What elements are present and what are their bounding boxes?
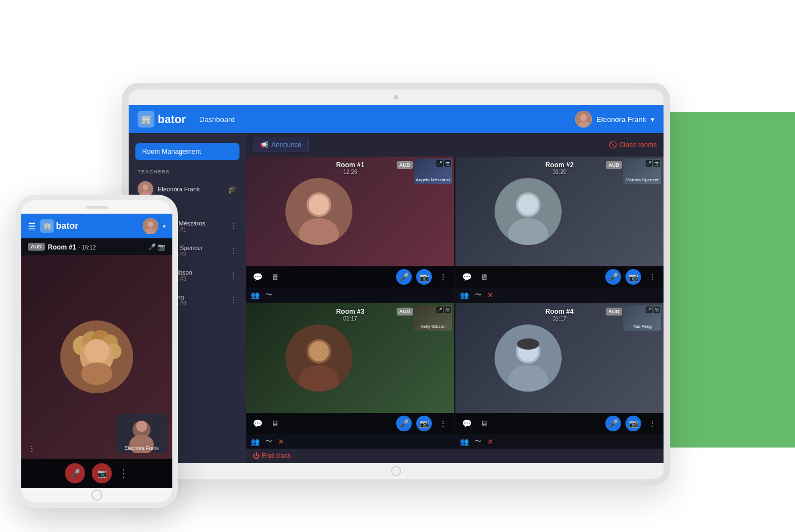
thumb4-mic-off-icon: 🎤 bbox=[646, 307, 652, 313]
room-3-x-btn[interactable]: ✕ bbox=[278, 437, 284, 446]
room-1-chat-btn[interactable]: 💬 bbox=[251, 270, 264, 284]
mobile-video-more-icon[interactable]: ⋮ bbox=[28, 444, 36, 453]
room-3-more-btn[interactable]: ⋮ bbox=[436, 417, 450, 430]
room-2-time: 01:20 bbox=[545, 169, 574, 175]
room-2-close-btn[interactable]: ✕ bbox=[487, 291, 493, 299]
room-3-cam-btn[interactable]: 📷 bbox=[416, 416, 432, 431]
mobile-user-avatar[interactable] bbox=[143, 218, 158, 234]
room-3-thumb-1: 🎤 📷 Kelly Gibson bbox=[414, 305, 452, 331]
room-2-main-avatar bbox=[495, 178, 562, 245]
room-card-4: Room #4 01:17 AUD 🎤 bbox=[455, 303, 664, 449]
room-1-participants-btn[interactable]: 👥 bbox=[251, 291, 260, 299]
close-rooms-label: Close rooms bbox=[619, 141, 657, 149]
room-4-footer: 👥 〜 ✕ bbox=[455, 434, 664, 449]
room-1-footer: 👥 〜 bbox=[246, 288, 454, 302]
main-area: 📢 Announce 🚫 Close rooms bbox=[246, 133, 664, 463]
tablet-top-bar bbox=[129, 90, 664, 105]
mobile-controls: 🎤 📷 ⋮ bbox=[21, 459, 172, 488]
tablet-bottom-bar bbox=[129, 463, 664, 479]
app-logo: 🏢 bator bbox=[138, 111, 186, 128]
mobile-user-chevron-icon: ▾ bbox=[163, 223, 166, 229]
mobile-self-view: Eleonóra Frank bbox=[116, 414, 167, 453]
user-chevron-icon: ▾ bbox=[651, 115, 655, 124]
announce-icon: 📢 bbox=[260, 141, 269, 149]
room-4-thumb-label: Yao Feng bbox=[623, 324, 661, 329]
room-2-screen-btn[interactable]: 🖥 bbox=[478, 270, 491, 284]
mobile-video-area: Eleonóra Frank ⋮ bbox=[21, 255, 172, 459]
room-2-participants-btn[interactable]: 👥 bbox=[460, 291, 469, 299]
student-yao-more-icon[interactable]: ⋮ bbox=[229, 295, 237, 304]
room-2-mic-btn[interactable]: 🎤 bbox=[605, 269, 621, 285]
nav-dashboard[interactable]: Dashboard bbox=[199, 115, 235, 124]
room-3-screen-btn[interactable]: 🖥 bbox=[269, 417, 282, 430]
mobile-more-options-icon[interactable]: ⋮ bbox=[119, 467, 129, 479]
mobile-mic-button[interactable]: 🎤 bbox=[65, 463, 85, 483]
mobile-room-header: AUD Room #1 · 16:12 🎤 📷 bbox=[21, 238, 172, 255]
room-4-participants-btn[interactable]: 👥 bbox=[460, 437, 469, 446]
thumb3-cam-off-icon: 📷 bbox=[444, 307, 451, 313]
room-4-mic-btn[interactable]: 🎤 bbox=[605, 416, 621, 431]
room-1-thumb-1: 🎤 📷 Angéla Mészáros bbox=[414, 159, 452, 184]
logo-icon: 🏢 bbox=[138, 111, 154, 128]
room-4-thumb-panel: 🎤 📷 Yao Feng bbox=[623, 305, 661, 331]
tablet-home-button[interactable] bbox=[391, 466, 401, 476]
room-1-wave-btn[interactable]: 〜 bbox=[265, 290, 272, 300]
room-4-screen-btn[interactable]: 🖥 bbox=[478, 417, 491, 430]
svg-point-13 bbox=[518, 195, 538, 215]
room-3-chat-btn[interactable]: 💬 bbox=[251, 417, 264, 430]
student-victoria-more-icon[interactable]: ⋮ bbox=[229, 246, 237, 255]
room-4-x-btn[interactable]: ✕ bbox=[487, 437, 493, 446]
mobile-bottom-bar bbox=[21, 488, 172, 502]
room-1-mic-btn[interactable]: 🎤 bbox=[396, 269, 412, 285]
room-1-screen-btn[interactable]: 🖥 bbox=[269, 270, 282, 284]
mobile-mute-icons: 🎤 📷 bbox=[148, 243, 166, 251]
teacher-name: Eleonóra Frank bbox=[158, 186, 228, 192]
room-2-more-btn[interactable]: ⋮ bbox=[646, 270, 659, 284]
room-2-thumb-label: Victoria Spencer bbox=[623, 177, 661, 182]
tablet-header: 🏢 bator Dashboard Eleonóra Frank ▾ bbox=[129, 105, 664, 133]
room-3-wave-btn[interactable]: 〜 bbox=[265, 436, 272, 446]
mobile-speaker bbox=[86, 206, 108, 209]
student-kelly-more-icon[interactable]: ⋮ bbox=[229, 271, 237, 280]
room-1-cam-btn[interactable]: 📷 bbox=[416, 269, 432, 285]
end-class-bar: ⏻ End class bbox=[246, 449, 664, 463]
end-class-button[interactable]: ⏻ End class bbox=[253, 452, 291, 460]
mobile-menu-icon[interactable]: ☰ bbox=[28, 221, 36, 232]
room-4-wave-btn[interactable]: 〜 bbox=[474, 436, 482, 446]
mobile-screen: ☰ 🏢 bator ▾ AUD Room #1 · 16:12 bbox=[21, 214, 172, 488]
room-card-2: Room #2 01:20 AUD 🎤 bbox=[455, 157, 664, 302]
room-2-title: Room #2 bbox=[545, 161, 574, 169]
mobile-self-view-label: Eleonóra Frank bbox=[116, 445, 167, 451]
svg-point-37 bbox=[136, 421, 147, 432]
svg-point-34 bbox=[81, 362, 112, 385]
room-1-aud-badge: AUD bbox=[397, 161, 413, 169]
mobile-home-button[interactable] bbox=[91, 489, 102, 501]
room-2-cam-btn[interactable]: 📷 bbox=[625, 269, 641, 285]
announce-button[interactable]: 📢 Announce bbox=[253, 138, 309, 152]
room-4-cam-btn[interactable]: 📷 bbox=[625, 416, 641, 431]
close-rooms-button[interactable]: 🚫 Close rooms bbox=[609, 141, 657, 149]
user-menu[interactable]: Eleonóra Frank ▾ bbox=[575, 111, 655, 128]
room-1-more-btn[interactable]: ⋮ bbox=[436, 270, 450, 284]
thumb3-mic-off-icon: 🎤 bbox=[436, 307, 443, 313]
room-2-wave-btn[interactable]: 〜 bbox=[474, 290, 482, 300]
room-1-main-avatar bbox=[285, 178, 352, 245]
room-3-participants-btn[interactable]: 👥 bbox=[251, 437, 260, 446]
tablet-screen: 🏢 bator Dashboard Eleonóra Frank ▾ bbox=[129, 105, 664, 463]
end-class-label: End class bbox=[262, 452, 291, 460]
room-4-controls: 💬 🖥 🎤 📷 ⋮ bbox=[455, 413, 664, 434]
thumb2-mic-off-icon: 🎤 bbox=[646, 160, 652, 167]
room-3-mic-btn[interactable]: 🎤 bbox=[396, 416, 412, 431]
room-1-time: 12:26 bbox=[336, 169, 365, 175]
svg-point-4 bbox=[143, 185, 148, 190]
student-angela-more-icon[interactable]: ⋮ bbox=[229, 222, 237, 230]
svg-point-1 bbox=[580, 114, 587, 121]
room-2-video: Room #2 01:20 AUD 🎤 bbox=[455, 157, 664, 266]
room-4-chat-btn[interactable]: 💬 bbox=[460, 417, 473, 430]
mobile-cam-button[interactable]: 📷 bbox=[92, 463, 112, 483]
room-2-chat-btn[interactable]: 💬 bbox=[460, 270, 473, 284]
mobile-top-bar bbox=[21, 200, 172, 214]
room-2-controls: 💬 🖥 🎤 📷 ⋮ bbox=[455, 266, 664, 288]
room-management-button[interactable]: Room Management bbox=[135, 143, 239, 160]
room-4-more-btn[interactable]: ⋮ bbox=[646, 417, 659, 430]
